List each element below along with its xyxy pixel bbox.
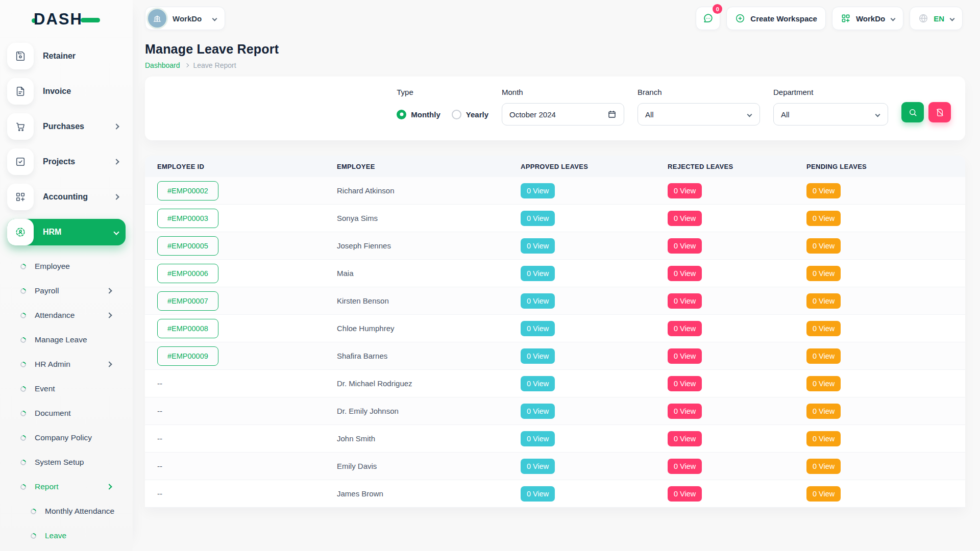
leave-report-table: EMPLOYEE ID EMPLOYEE APPROVED LEAVES REJ… [145, 156, 965, 508]
department-select[interactable]: All [773, 103, 888, 126]
sidebar-item-accounting[interactable]: Accounting [7, 184, 126, 210]
pending-leaves-badge[interactable]: 0 View [806, 431, 841, 446]
main-area: WorkDo 0 Create Workspace [133, 0, 980, 551]
employee-id-button[interactable]: #EMP00003 [157, 209, 218, 228]
approved-leaves-badge[interactable]: 0 View [521, 266, 555, 281]
pending-leaves-badge[interactable]: 0 View [806, 486, 841, 502]
pending-leaves-badge[interactable]: 0 View [806, 404, 841, 419]
approved-leaves-badge[interactable]: 0 View [521, 238, 555, 254]
pending-leaves-badge[interactable]: 0 View [806, 293, 841, 309]
sidebar-item-projects[interactable]: Projects [7, 148, 126, 175]
rejected-leaves-badge[interactable]: 0 View [668, 293, 702, 309]
employee-name: John Smith [337, 434, 521, 443]
sidebar-subitem-payroll[interactable]: Payroll [7, 548, 126, 551]
pending-leaves-badge[interactable]: 0 View [806, 266, 841, 281]
rejected-leaves-badge[interactable]: 0 View [668, 348, 702, 364]
approved-leaves-badge[interactable]: 0 View [521, 183, 555, 198]
column-rejected-leaves: REJECTED LEAVES [668, 163, 806, 170]
reset-button[interactable] [928, 102, 951, 122]
sidebar-subitem-document[interactable]: Document [7, 401, 126, 425]
approved-leaves-badge[interactable]: 0 View [521, 321, 555, 336]
employee-id-button[interactable]: #EMP00006 [157, 264, 218, 283]
language-button[interactable]: EN [910, 7, 963, 30]
bullet-icon [19, 434, 27, 441]
rejected-leaves-badge[interactable]: 0 View [668, 321, 702, 336]
sidebar-subitem-manage-leave[interactable]: Manage Leave [7, 328, 126, 352]
sidebar-item-retainer[interactable]: Retainer [7, 43, 126, 69]
rejected-leaves-badge[interactable]: 0 View [668, 211, 702, 226]
sidebar-item-hrm[interactable]: HRM [7, 219, 126, 245]
sidebar-subitem-event[interactable]: Event [7, 377, 126, 401]
table-body: #EMP00002 Richard Atkinson 0 View 0 View… [145, 177, 965, 508]
bullet-icon [19, 262, 27, 270]
chevron-right-icon [106, 484, 112, 489]
rejected-leaves-badge[interactable]: 0 View [668, 266, 702, 281]
pending-leaves-badge[interactable]: 0 View [806, 211, 841, 226]
create-workspace-label: Create Workspace [750, 14, 817, 23]
sidebar-item-invoice[interactable]: Invoice [7, 78, 126, 105]
rejected-leaves-badge[interactable]: 0 View [668, 486, 702, 502]
employee-name: Joseph Fiennes [337, 241, 521, 250]
employee-id-button[interactable]: #EMP00009 [157, 346, 218, 366]
rejected-leaves-badge[interactable]: 0 View [668, 376, 702, 391]
pending-leaves-badge[interactable]: 0 View [806, 348, 841, 364]
pending-leaves-badge[interactable]: 0 View [806, 183, 841, 198]
sidebar-subitem-report[interactable]: Report [7, 474, 126, 499]
type-filter: Type Monthly Yearly [397, 88, 488, 126]
topbar: WorkDo 0 Create Workspace [133, 0, 980, 37]
chevron-down-icon [891, 16, 896, 21]
breadcrumb: Dashboard Leave Report [145, 61, 965, 69]
approved-leaves-badge[interactable]: 0 View [521, 211, 555, 226]
approved-leaves-badge[interactable]: 0 View [521, 348, 555, 364]
workspace-selector[interactable]: WorkDo [145, 7, 225, 30]
dash-logo[interactable]: DASH [0, 9, 133, 30]
sidebar-subitem-company-policy[interactable]: Company Policy [7, 425, 126, 450]
sidebar-subitem-payroll[interactable]: Payroll [7, 279, 126, 303]
sidebar-subitem-attendance[interactable]: Attendance [7, 303, 126, 328]
employee-id-button[interactable]: #EMP00008 [157, 319, 218, 338]
approved-leaves-badge[interactable]: 0 View [521, 486, 555, 502]
employee-id-empty: -- [157, 489, 337, 498]
rejected-leaves-badge[interactable]: 0 View [668, 459, 702, 474]
sidebar-subitem-employee[interactable]: Employee [7, 254, 126, 279]
pending-leaves-badge[interactable]: 0 View [806, 459, 841, 474]
month-input[interactable]: October 2024 [502, 103, 624, 126]
pending-leaves-badge[interactable]: 0 View [806, 376, 841, 391]
employee-id-button[interactable]: #EMP00002 [157, 181, 218, 201]
pending-leaves-badge[interactable]: 0 View [806, 238, 841, 254]
breadcrumb-link-dashboard[interactable]: Dashboard [145, 61, 180, 69]
branch-filter: Branch All [638, 88, 760, 126]
employee-name: Sonya Sims [337, 214, 521, 222]
sidebar-item-purchases[interactable]: Purchases [7, 113, 126, 140]
approved-leaves-badge[interactable]: 0 View [521, 376, 555, 391]
radio-monthly[interactable]: Monthly [397, 110, 440, 119]
sidebar-subitem-system-setup[interactable]: System Setup [7, 450, 126, 474]
pending-leaves-badge[interactable]: 0 View [806, 321, 841, 336]
rejected-leaves-badge[interactable]: 0 View [668, 183, 702, 198]
branch-select[interactable]: All [638, 103, 760, 126]
table-row: #EMP00009 Shafira Barnes 0 View 0 View 0… [145, 342, 965, 370]
calendar-icon [607, 110, 617, 119]
sidebar-subitem-leave[interactable]: Leave [7, 523, 126, 548]
radio-yearly[interactable]: Yearly [452, 110, 488, 119]
approved-leaves-badge[interactable]: 0 View [521, 293, 555, 309]
messages-button[interactable]: 0 [696, 7, 720, 30]
approved-leaves-badge[interactable]: 0 View [521, 431, 555, 446]
employee-id-button[interactable]: #EMP00005 [157, 236, 218, 256]
grid-plus-icon [7, 184, 34, 210]
building-icon [152, 13, 162, 23]
sidebar-subitem-hr-admin[interactable]: HR Admin [7, 352, 126, 377]
approved-leaves-badge[interactable]: 0 View [521, 404, 555, 419]
rejected-leaves-badge[interactable]: 0 View [668, 404, 702, 419]
employee-id-button[interactable]: #EMP00007 [157, 291, 218, 311]
rejected-leaves-badge[interactable]: 0 View [668, 431, 702, 446]
chevron-right-icon [184, 63, 188, 67]
radio-unchecked-icon [452, 110, 461, 119]
search-button[interactable] [901, 102, 924, 122]
rejected-leaves-badge[interactable]: 0 View [668, 238, 702, 254]
approved-leaves-badge[interactable]: 0 View [521, 459, 555, 474]
create-workspace-button[interactable]: Create Workspace [726, 7, 826, 30]
sidebar-subitem-monthly-attendance[interactable]: Monthly Attendance [7, 499, 126, 523]
chevron-right-icon [113, 194, 119, 199]
workspace-menu-button[interactable]: WorkDo [832, 7, 903, 30]
